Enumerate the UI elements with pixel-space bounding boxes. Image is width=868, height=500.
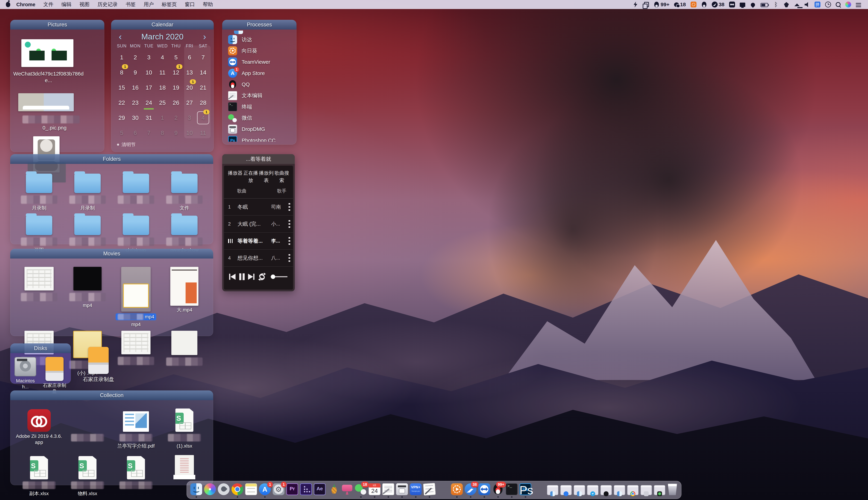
movie-item[interactable]	[160, 328, 209, 376]
menu-item[interactable]: 文件	[39, 1, 57, 8]
status-item[interactable]	[760, 2, 769, 7]
calendar-day[interactable]: 30	[128, 110, 142, 125]
dock-item[interactable]	[231, 483, 243, 495]
menu-item[interactable]: 用户	[140, 1, 158, 8]
calendar-day[interactable]: 3	[183, 110, 196, 125]
playlist-row[interactable]: 2 大眠 (完... 小...	[224, 216, 293, 232]
folder-item[interactable]: 月录制	[15, 169, 63, 211]
status-item[interactable]	[700, 2, 708, 7]
collection-group-header[interactable]: Collection	[10, 390, 213, 400]
process-item[interactable]: TeamViewer	[228, 56, 297, 68]
calendar-day[interactable]: 23	[128, 95, 142, 110]
dock-item[interactable]	[451, 483, 463, 495]
movie-item[interactable]: mp4	[63, 264, 112, 328]
folder-item[interactable]: awards-show	[160, 211, 209, 253]
dock-item[interactable]	[191, 483, 202, 495]
movie-item[interactable]: mp4 mp4	[112, 264, 160, 328]
calendar-day[interactable]: 31	[142, 110, 156, 125]
dock-item[interactable]	[341, 483, 353, 495]
dock-item[interactable]	[601, 485, 612, 495]
calendar-day[interactable]: 22	[115, 95, 128, 110]
dock-item[interactable]: Ps	[519, 483, 532, 495]
calendar-day[interactable]: 10	[142, 65, 156, 80]
dock-item[interactable]	[667, 483, 678, 495]
processes-group-header[interactable]: Processes	[222, 20, 297, 30]
status-item[interactable]	[844, 2, 852, 8]
status-item[interactable]: 18	[673, 2, 687, 8]
calendar-day[interactable]: 27	[183, 95, 196, 110]
status-item[interactable]	[631, 2, 639, 8]
status-item[interactable]: 拼	[813, 2, 821, 8]
dock-item[interactable]	[587, 485, 598, 495]
dock-item[interactable]: 99+	[492, 483, 504, 495]
calendar-day[interactable]: 5	[115, 125, 128, 140]
calendar-footer-event[interactable]: 清明节	[117, 141, 136, 148]
dock-item[interactable]: 3月 24	[369, 483, 380, 495]
dock-item[interactable]	[533, 483, 545, 495]
playlist-row[interactable]: 1 冬眠 司南	[224, 198, 293, 216]
process-item[interactable]: 终端	[228, 101, 297, 113]
dock-item[interactable]: Ae	[314, 483, 326, 495]
calendar-day[interactable]: 7	[196, 50, 210, 65]
dock-item[interactable]	[574, 485, 585, 495]
dock-item[interactable]	[641, 485, 652, 495]
calendar-day[interactable]: 10	[183, 125, 196, 140]
menu-item[interactable]: 书签	[122, 1, 140, 8]
status-item[interactable]	[835, 2, 842, 7]
dock-item[interactable]	[245, 483, 257, 495]
menu-item[interactable]: 编辑	[57, 1, 76, 8]
dock-item[interactable]: 18	[355, 483, 367, 495]
process-item[interactable]: 微信	[228, 113, 297, 124]
calendar-day[interactable]: 29	[115, 110, 128, 125]
calendar-day[interactable]: 19	[169, 80, 183, 95]
folders-group-header[interactable]: Folders	[10, 154, 213, 164]
status-item[interactable]	[772, 2, 780, 8]
dock-item[interactable]	[300, 483, 312, 495]
status-item[interactable]: 38	[711, 2, 726, 8]
dock-item[interactable]	[328, 483, 339, 495]
dock-item[interactable]	[218, 483, 230, 495]
calendar-day[interactable]: 9	[169, 125, 183, 140]
calendar-day[interactable]: 13	[183, 65, 196, 80]
dock-item[interactable]	[654, 485, 665, 495]
more-options-icon[interactable]	[288, 220, 290, 228]
calendar-day[interactable]: 6	[183, 50, 196, 65]
status-item[interactable]	[642, 2, 650, 7]
folder-item[interactable]	[63, 211, 112, 253]
calendar-day[interactable]: 24	[142, 95, 156, 110]
calendar-day[interactable]: 6	[128, 125, 142, 140]
calendar-day[interactable]: 3	[142, 50, 156, 65]
image-thumbnail[interactable]	[18, 93, 74, 111]
calendar-day[interactable]: 9	[128, 65, 142, 80]
folder-item[interactable]: 评图	[15, 211, 63, 253]
music-tab[interactable]: 播放列 表	[259, 169, 274, 184]
disk-item[interactable]: Macintosh...	[13, 357, 38, 395]
folder-item[interactable]: christmas	[112, 211, 160, 253]
status-item[interactable]	[783, 2, 790, 7]
process-item[interactable]: DropDMG	[228, 124, 297, 135]
prev-month-button[interactable]: ‹	[118, 33, 123, 40]
next-button[interactable]	[248, 274, 254, 280]
process-item[interactable]: 向日葵	[228, 45, 297, 57]
apple-menu-icon[interactable]	[6, 2, 10, 7]
calendar-day[interactable]: 4	[156, 50, 169, 65]
calendar-day[interactable]: 5	[169, 50, 183, 65]
calendar-day[interactable]: 21	[196, 80, 210, 95]
calendar-day[interactable]: 26	[169, 95, 183, 110]
process-item[interactable]: 1 App Store	[228, 68, 297, 79]
dock-item[interactable]	[627, 485, 639, 495]
status-item[interactable]	[793, 3, 801, 6]
disks-group-header[interactable]: Disks	[10, 343, 71, 353]
calendar-day[interactable]: 20 1	[183, 80, 196, 95]
music-window-title[interactable]: ...着等着就	[222, 154, 295, 164]
volume-slider[interactable]	[271, 274, 287, 279]
menu-item[interactable]: 历史记录	[94, 1, 122, 8]
calendar-day[interactable]: 25	[156, 95, 169, 110]
calendar-day[interactable]: 1	[156, 110, 169, 125]
menu-item[interactable]: Chrome	[12, 2, 39, 8]
dock-item[interactable]	[614, 485, 625, 495]
movies-group-header[interactable]: Movies	[10, 249, 213, 259]
folder-item[interactable]: 文件	[160, 169, 209, 211]
collection-item[interactable]: 副本.xlsx	[15, 451, 63, 497]
dock-item[interactable]	[204, 483, 216, 495]
